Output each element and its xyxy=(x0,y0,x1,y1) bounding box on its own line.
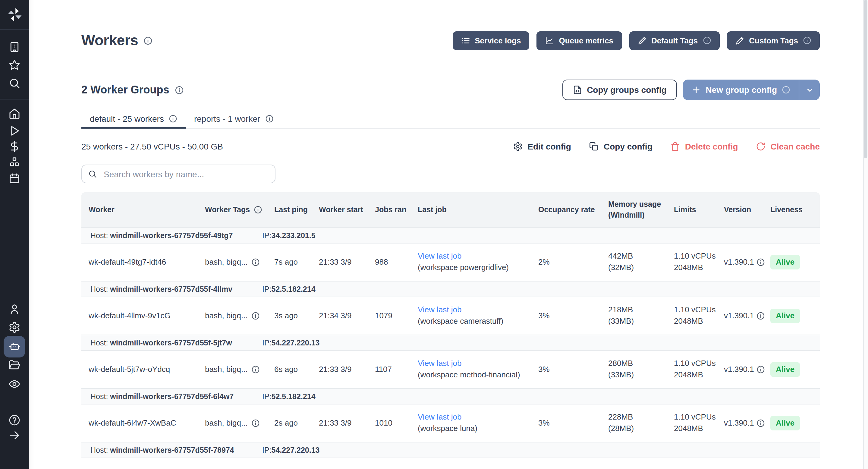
scrollbar[interactable] xyxy=(863,0,868,469)
info-icon[interactable] xyxy=(756,419,765,428)
sidebar-item-variables[interactable] xyxy=(0,138,29,155)
dollar-icon xyxy=(8,140,21,153)
sidebar-item-audit-logs[interactable] xyxy=(0,376,29,393)
sidebar-item-schedules[interactable] xyxy=(0,170,29,187)
info-icon[interactable] xyxy=(251,312,260,320)
sidebar-item-favorites[interactable] xyxy=(0,57,29,73)
info-icon xyxy=(803,36,811,44)
plus-icon xyxy=(691,85,701,95)
copy-config-label: Copy config xyxy=(604,142,652,151)
limits: 1.10 vCPUs2048MB xyxy=(674,412,724,434)
info-icon xyxy=(782,86,790,94)
gear-icon xyxy=(513,142,523,151)
liveness: Alive xyxy=(770,416,820,431)
memory-usage: 218MB(33MB) xyxy=(608,305,674,327)
tab-reports[interactable]: reports - 1 worker xyxy=(186,110,282,129)
group-summary: 25 workers - 27.50 vCPUs - 50.00 GB xyxy=(82,142,223,151)
worker-row: wk-default-5jt7w-oYdcq bash, bigq... 6s … xyxy=(82,351,820,388)
info-icon[interactable] xyxy=(756,312,765,320)
tab-reports-label: reports - 1 worker xyxy=(194,114,260,123)
sidebar-item-search[interactable] xyxy=(0,75,29,92)
chart-icon xyxy=(545,36,554,45)
new-group-config-button[interactable]: New group config xyxy=(683,80,820,100)
sidebar-item-home[interactable] xyxy=(0,105,29,122)
memory-usage: 280MB(33MB) xyxy=(608,358,674,381)
col-worker-tags: Worker Tags xyxy=(205,205,274,215)
view-last-job-link[interactable]: View last job xyxy=(418,358,532,370)
sidebar-collapse-toggle[interactable] xyxy=(0,427,29,444)
cubes-icon xyxy=(8,156,21,168)
star-icon xyxy=(8,59,21,71)
liveness: Alive xyxy=(770,362,820,377)
folder-open-icon xyxy=(8,359,21,371)
sidebar-item-workers[interactable] xyxy=(4,336,25,357)
windmill-logo-icon xyxy=(6,6,23,23)
queue-metrics-button[interactable]: Queue metrics xyxy=(536,31,622,50)
host-name: Host: windmill-workers-67757d55f-4llmv xyxy=(90,285,262,293)
sidebar-item-runs[interactable] xyxy=(0,122,29,139)
copy-groups-config-button[interactable]: Copy groups config xyxy=(562,80,677,100)
info-icon[interactable] xyxy=(756,365,765,374)
calendar-icon xyxy=(8,173,21,184)
last-job-workspace: (workspace powergridlive) xyxy=(418,262,532,274)
last-ping: 6s ago xyxy=(274,364,319,375)
pencil-icon xyxy=(638,36,647,45)
worker-start: 21:33 3/9 xyxy=(319,417,375,429)
col-memory-usage: Memory usage (Windmill) xyxy=(608,199,674,221)
host-ip: IP:52.5.182.214 xyxy=(262,392,820,401)
info-icon[interactable] xyxy=(144,36,153,45)
user-icon xyxy=(8,303,21,315)
sidebar-item-users[interactable] xyxy=(0,301,29,318)
info-icon[interactable] xyxy=(251,365,260,374)
worker-tags: bash, bigq... xyxy=(205,310,274,322)
host-name: Host: windmill-workers-67757d55f-5jt7w xyxy=(90,339,262,347)
last-ping: 7s ago xyxy=(274,256,319,268)
info-icon[interactable] xyxy=(251,419,260,428)
info-icon[interactable] xyxy=(251,258,260,267)
info-icon[interactable] xyxy=(253,206,262,214)
worker-tags: bash, bigq... xyxy=(205,417,274,429)
info-icon[interactable] xyxy=(756,258,765,267)
search-box[interactable] xyxy=(82,164,276,183)
worker-start: 21:33 3/9 xyxy=(319,364,375,375)
alive-badge: Alive xyxy=(770,255,800,270)
delete-config-label: Delete config xyxy=(685,142,738,151)
tab-default[interactable]: default - 25 workers xyxy=(82,110,186,129)
view-last-job-link[interactable]: View last job xyxy=(418,251,532,262)
edit-config-button[interactable]: Edit config xyxy=(513,142,571,151)
copy-config-button[interactable]: Copy config xyxy=(589,142,652,151)
sidebar-item-resources[interactable] xyxy=(0,154,29,170)
worker-groups-header: 2 Worker Groups Copy groups config New g… xyxy=(82,80,820,100)
jobs-ran: 1010 xyxy=(375,417,418,429)
info-icon xyxy=(169,114,177,123)
windmill-logo[interactable] xyxy=(0,5,29,24)
worker-row: wk-default-49tg7-idt46 bash, bigq... 7s … xyxy=(82,244,820,281)
default-tags-button[interactable]: Default Tags xyxy=(629,31,719,50)
search-icon xyxy=(88,169,97,179)
delete-config-button[interactable]: Delete config xyxy=(671,142,738,151)
default-tags-label: Default Tags xyxy=(651,36,698,45)
workers-table: Worker Worker Tags Last ping Worker star… xyxy=(82,192,820,458)
rotate-icon xyxy=(756,142,766,151)
clean-cache-button[interactable]: Clean cache xyxy=(756,142,820,151)
service-logs-button[interactable]: Service logs xyxy=(453,31,529,50)
sidebar-item-workspace[interactable] xyxy=(0,39,29,56)
worker-start: 21:33 3/9 xyxy=(319,256,375,268)
sidebar-item-settings[interactable] xyxy=(0,319,29,336)
new-group-config-main[interactable]: New group config xyxy=(683,80,799,100)
host-ip: IP:52.5.182.214 xyxy=(262,285,820,293)
new-group-config-dropdown[interactable] xyxy=(799,80,820,100)
view-last-job-link[interactable]: View last job xyxy=(418,305,532,316)
custom-tags-button[interactable]: Custom Tags xyxy=(727,31,820,50)
worker-row: wk-default-6l4w7-XwBaC bash, bigq... 2s … xyxy=(82,405,820,442)
search-input[interactable] xyxy=(102,168,269,179)
sidebar-item-folders[interactable] xyxy=(0,356,29,373)
scrollbar-thumb[interactable] xyxy=(864,0,867,158)
sidebar-item-help[interactable] xyxy=(0,412,29,429)
version: v1.390.1 xyxy=(724,310,770,322)
memory-usage: 228MB(28MB) xyxy=(608,412,674,434)
occupancy-rate: 2% xyxy=(538,256,608,268)
info-icon[interactable] xyxy=(175,85,184,94)
robot-icon xyxy=(8,341,21,353)
view-last-job-link[interactable]: View last job xyxy=(418,412,532,423)
